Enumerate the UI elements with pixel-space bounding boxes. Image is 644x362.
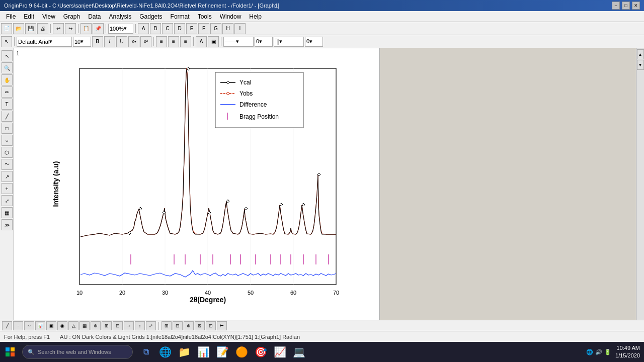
bt-btn-20[interactable]: ⊢ xyxy=(217,321,227,330)
ellipse-tool[interactable]: ○ xyxy=(2,135,13,146)
align-center[interactable]: ≡ xyxy=(168,36,179,47)
bt-btn-4[interactable]: 📊 xyxy=(35,321,45,330)
bt-btn-2[interactable]: · xyxy=(13,321,23,330)
mask-tool[interactable]: ▦ xyxy=(2,207,13,218)
bt-btn-18[interactable]: ⊠ xyxy=(195,321,205,330)
fontsize-dropdown[interactable]: 10▾ xyxy=(73,37,91,47)
bt-btn-12[interactable]: ↔ xyxy=(124,321,134,330)
line-style[interactable]: ——▾ xyxy=(223,37,254,47)
app7-icon[interactable]: 🎯 xyxy=(252,343,270,361)
menu-gadgets[interactable]: Gadgets xyxy=(135,12,166,21)
bt-btn-7[interactable]: △ xyxy=(68,321,78,330)
tb-btn-g[interactable]: G xyxy=(210,23,221,34)
zoom-dropdown[interactable]: 100%▾ xyxy=(108,24,133,34)
new-button[interactable]: 📄 xyxy=(1,23,12,34)
data-cursor[interactable]: + xyxy=(2,183,13,194)
border-width[interactable]: 0▾ xyxy=(305,37,323,47)
arrow-tool[interactable]: ↖ xyxy=(1,36,12,47)
text-tool[interactable]: T xyxy=(2,99,13,110)
more-tool[interactable]: ≫ xyxy=(2,219,13,230)
menu-graph[interactable]: Graph xyxy=(59,12,84,21)
fill-style[interactable]: ░▾ xyxy=(274,37,304,47)
menu-file[interactable]: File xyxy=(2,12,20,21)
select-tool[interactable]: ↖ xyxy=(2,50,13,61)
tb-btn-e[interactable]: E xyxy=(186,23,197,34)
subscript-button[interactable]: x₂ xyxy=(128,36,139,47)
tb-btn-f[interactable]: F xyxy=(198,23,209,34)
bt-btn-8[interactable]: ▦ xyxy=(79,321,90,330)
app9-icon[interactable]: 💻 xyxy=(290,343,308,361)
tb-btn-i[interactable]: I xyxy=(234,23,246,34)
superscript-button[interactable]: x² xyxy=(140,36,151,47)
word-icon[interactable]: 📝 xyxy=(213,343,231,361)
bt-btn-17[interactable]: ⊕ xyxy=(184,321,194,330)
menu-data[interactable]: Data xyxy=(84,12,105,21)
bt-btn-19[interactable]: ⊡ xyxy=(206,321,216,330)
bt-btn-3[interactable]: ∼ xyxy=(24,321,34,330)
redo-button[interactable]: ↪ xyxy=(65,23,76,34)
bt-btn-13[interactable]: ↕ xyxy=(135,321,145,330)
bt-btn-16[interactable]: ⊟ xyxy=(173,321,183,330)
bt-btn-9[interactable]: ⊕ xyxy=(91,321,101,330)
rect-tool[interactable]: □ xyxy=(2,123,13,134)
font-color[interactable]: A xyxy=(196,36,207,47)
tb-btn-c[interactable]: C xyxy=(162,23,173,34)
line-tool[interactable]: ╱ xyxy=(2,111,13,122)
paste-button[interactable]: 📌 xyxy=(93,23,104,34)
menu-format[interactable]: Format xyxy=(167,12,194,21)
excel-icon[interactable]: 📊 xyxy=(194,343,212,361)
pan-tool[interactable]: ✋ xyxy=(2,74,13,85)
taskview-button[interactable]: ⧉ xyxy=(137,343,155,361)
bt-btn-14[interactable]: ⤢ xyxy=(146,321,156,330)
menu-analysis[interactable]: Analysis xyxy=(105,12,136,21)
save-button[interactable]: 💾 xyxy=(25,23,36,34)
tb-btn-a[interactable]: A xyxy=(138,23,149,34)
app6-icon[interactable]: 🟠 xyxy=(232,343,251,361)
menu-edit[interactable]: Edit xyxy=(20,12,38,21)
italic-button[interactable]: I xyxy=(104,36,115,47)
polygon-tool[interactable]: ⬡ xyxy=(2,147,13,158)
app8-icon[interactable]: 📈 xyxy=(271,343,289,361)
title-bar-buttons[interactable]: − □ ✕ xyxy=(612,2,640,10)
bt-btn-1[interactable]: ╱ xyxy=(2,321,12,330)
menu-window[interactable]: Window xyxy=(216,12,246,21)
bt-btn-6[interactable]: ◉ xyxy=(57,321,67,330)
align-right[interactable]: ≡ xyxy=(180,36,191,47)
undo-button[interactable]: ↩ xyxy=(53,23,64,34)
start-button[interactable] xyxy=(0,342,20,362)
bt-btn-10[interactable]: ⊞ xyxy=(102,321,112,330)
open-button[interactable]: 📂 xyxy=(13,23,24,34)
curve-tool[interactable]: 〜 xyxy=(2,159,13,170)
underline-button[interactable]: U xyxy=(116,36,127,47)
menu-view[interactable]: View xyxy=(38,12,59,21)
bt-btn-15[interactable]: ⊞ xyxy=(162,321,172,330)
fill-color[interactable]: ▣ xyxy=(208,36,219,47)
menu-tools[interactable]: Tools xyxy=(194,12,216,21)
tb-btn-b[interactable]: B xyxy=(150,23,161,34)
close-button[interactable]: ✕ xyxy=(632,2,640,10)
line-width[interactable]: 0▾ xyxy=(255,37,273,47)
minimize-button[interactable]: − xyxy=(612,2,620,10)
bt-btn-5[interactable]: ▣ xyxy=(46,321,56,330)
print-button[interactable]: 🖨 xyxy=(37,23,48,34)
graph-canvas[interactable]: 1 Intensity (a.u) 2θ(Degree) 10 20 30 40… xyxy=(14,48,379,320)
draw-tool[interactable]: ✏ xyxy=(2,86,13,98)
expand-tool[interactable]: ⤢ xyxy=(2,195,13,206)
font-dropdown[interactable]: Default: Arial▾ xyxy=(17,37,72,47)
copy-button[interactable]: 📋 xyxy=(80,23,92,34)
chrome-icon[interactable]: 🌐 xyxy=(156,343,174,361)
status-bar: For Help, press F1 AU : ON Dark Colors &… xyxy=(0,331,644,342)
rm-btn-2[interactable]: ▼ xyxy=(637,60,644,70)
rm-btn-1[interactable]: ▲ xyxy=(637,49,644,59)
zoom-tool[interactable]: 🔍 xyxy=(2,62,13,73)
bt-btn-11[interactable]: ⊟ xyxy=(113,321,123,330)
bold-button[interactable]: B xyxy=(92,36,103,47)
tb-btn-h[interactable]: H xyxy=(222,23,233,34)
tb-btn-d[interactable]: D xyxy=(174,23,185,34)
taskbar-search[interactable]: 🔍 Search the web and Windows xyxy=(22,345,133,359)
menu-help[interactable]: Help xyxy=(245,12,266,21)
align-left[interactable]: ≡ xyxy=(156,36,167,47)
explorer-icon[interactable]: 📁 xyxy=(175,343,193,361)
annotation-tool[interactable]: ↗ xyxy=(2,171,13,182)
maximize-button[interactable]: □ xyxy=(622,2,630,10)
